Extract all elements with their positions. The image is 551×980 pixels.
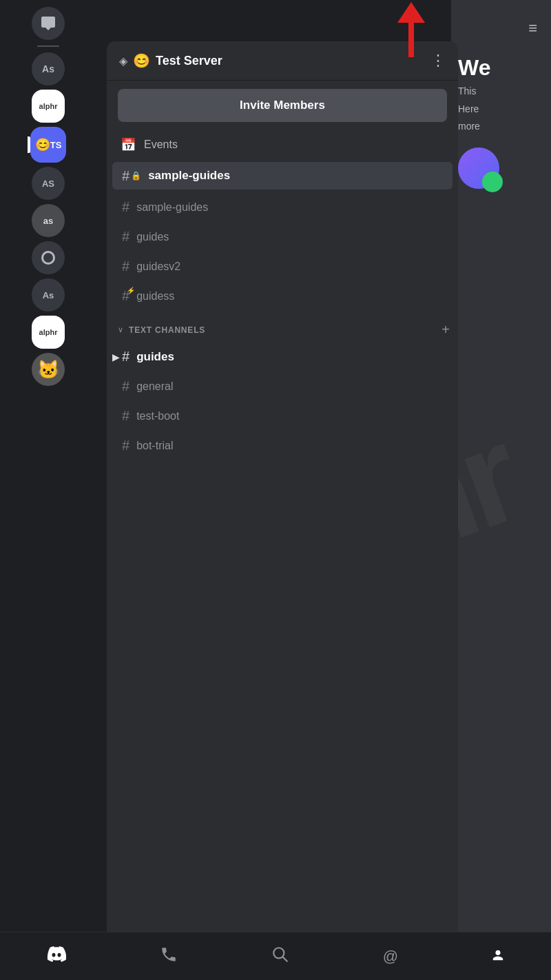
hash-lock-icon: # 🔒 [122,169,141,183]
server-title: Test Server [156,54,222,68]
nav-search[interactable] [260,940,300,973]
channel-name-sample-guides: sample-guides [136,201,208,214]
hash-icon: # [122,199,129,215]
more-options-button[interactable]: ⋮ [430,53,446,68]
sidebar-item-as3-label: as [43,216,53,226]
hash-icon-bot-trial: # [122,438,129,453]
right-panel-line3: more [458,120,544,134]
channel-row-guides-active[interactable]: ▶ # guides [107,342,458,371]
channel-name-guides-active: guides [136,350,174,364]
profile-avatar [492,949,504,964]
events-row[interactable]: 📅 Events [107,130,458,159]
nav-mentions[interactable]: @ [372,942,409,971]
hamburger-button[interactable]: ≡ [528,19,537,37]
sidebar-item-as4-label: As [43,290,54,300]
channel-row-general[interactable]: # general [107,371,458,401]
channel-row-guidesv2[interactable]: # guidesv2 [107,252,458,281]
sidebar-item-as2[interactable]: AS [32,167,65,200]
hash-icon-guides: # [122,229,129,245]
channel-name-guides: guides [136,231,169,243]
sidebar-item-circle-inner [41,251,55,265]
section-chevron-icon[interactable]: ∨ [118,325,123,334]
sidebar-item-cat-emoji: 🐱 [37,359,59,380]
nav-profile[interactable] [481,943,515,970]
channel-row-guidess[interactable]: # ⚡ guidess [107,281,458,311]
channel-active-name: sample-guides [148,169,230,183]
channel-row-bot-trial[interactable]: # bot-trial [107,431,458,460]
events-label: Events [144,139,178,151]
sidebar-item-alphr2[interactable]: alphr [32,316,65,349]
server-sidebar: As alphr 😊 TS AS as As alphr 🐱 [0,0,96,980]
channel-row-sample-guides[interactable]: # sample-guides [107,192,458,222]
sidebar-item-as-label: As [42,63,54,74]
right-panel: We This Here more [451,0,551,980]
channel-row-guides[interactable]: # guides [107,222,458,252]
channel-name-guidesv2: guidesv2 [136,261,180,273]
invite-members-button[interactable]: Invite Members [118,89,447,122]
arrow-head [397,2,425,23]
sidebar-item-as[interactable]: As [32,52,65,85]
sidebar-item-alphr-label: alphr [39,102,58,110]
discord-logo-icon [47,944,66,968]
channel-row-test-boot[interactable]: # test-boot [107,401,458,431]
nav-voice[interactable] [149,940,189,973]
hash-icon-guidess: # ⚡ [122,288,129,304]
bottom-nav: @ [0,932,551,980]
sidebar-item-alphr2-label: alphr [39,328,58,336]
channel-panel: ◈ 😊 Test Server ⋮ Invite Members 📅 Event… [107,41,458,937]
sidebar-item-ts-emoji: 😊 [35,137,50,152]
add-channel-button[interactable]: + [441,322,450,338]
hash-icon-test-boot: # [122,408,129,424]
text-channels-section-header: ∨ TEXT CHANNELS + [107,311,458,342]
channel-name-bot-trial: bot-trial [136,440,173,452]
red-arrow-annotation [397,3,425,57]
sidebar-item-as4[interactable]: As [32,278,65,312]
sidebar-item-ts-text: TS [50,140,62,150]
shield-icon: ◈ [119,54,127,68]
sidebar-item-as2-label: AS [42,178,54,189]
hash-icon-general: # [122,378,129,394]
hash-icon-guidesv2: # [122,258,129,274]
sidebar-item-as3[interactable]: as [32,204,65,237]
sidebar-item-circle[interactable] [32,241,65,274]
right-panel-title: We [458,55,544,81]
sidebar-item-ts[interactable]: 😊 TS [30,127,66,163]
right-panel-line1: This [458,85,544,99]
sidebar-item-cat[interactable]: 🐱 [32,353,65,386]
hash-icon-guides-active: # [122,349,129,365]
sidebar-divider [37,45,59,47]
server-title-area: ◈ 😊 Test Server [119,52,222,69]
channel-name-general: general [136,380,173,393]
right-panel-line2: Here [458,103,544,116]
phone-icon [160,946,178,968]
active-bullet: ▶ [112,351,120,363]
calendar-icon: 📅 [121,137,136,152]
channel-name-test-boot: test-boot [136,410,179,422]
invite-members-label: Invite Members [240,99,325,112]
arrow-shaft [408,23,414,57]
channel-name-guidess: guidess [136,290,174,303]
search-icon [271,946,289,968]
server-emoji: 😊 [133,52,150,69]
sidebar-item-alphr[interactable]: alphr [32,90,65,123]
text-channels-title: TEXT CHANNELS [129,325,205,335]
channel-active-sample-guides[interactable]: # 🔒 sample-guides [112,162,453,190]
hamburger-icon: ≡ [528,19,537,37]
sidebar-item-home[interactable] [32,7,65,40]
mention-icon: @ [383,948,398,966]
nav-home[interactable] [36,939,77,974]
